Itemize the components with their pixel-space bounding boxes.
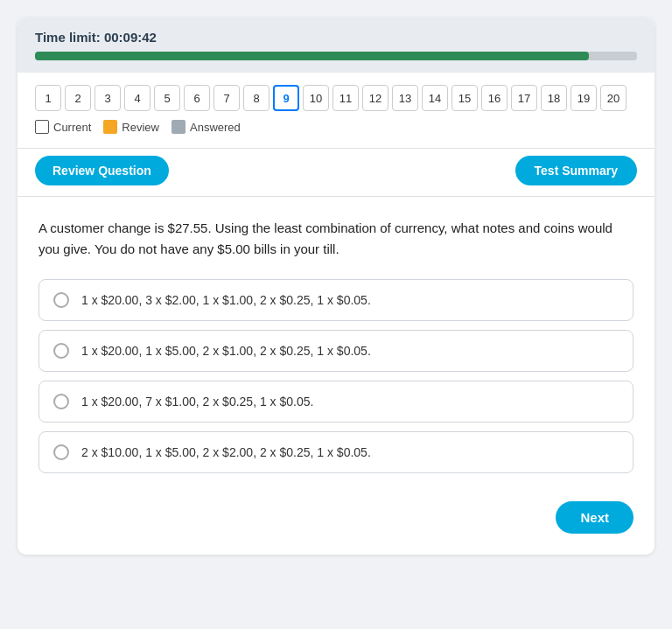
legend-review-label: Review bbox=[122, 121, 159, 134]
next-button[interactable]: Next bbox=[556, 501, 634, 534]
question-number-17[interactable]: 17 bbox=[511, 85, 537, 111]
legend-current: Current bbox=[35, 120, 91, 134]
test-summary-button[interactable]: Test Summary bbox=[515, 156, 637, 185]
option-text-4: 2 x $10.00, 1 x $5.00, 2 x $2.00, 2 x $0… bbox=[81, 445, 371, 459]
option-text-2: 1 x $20.00, 1 x $5.00, 2 x $1.00, 2 x $0… bbox=[81, 344, 371, 358]
question-number-19[interactable]: 19 bbox=[570, 85, 597, 111]
legend-row: Current Review Answered bbox=[35, 120, 637, 134]
timer-section: Time limit: 00:09:42 bbox=[18, 17, 654, 73]
option-item-4[interactable]: 2 x $10.00, 1 x $5.00, 2 x $2.00, 2 x $0… bbox=[38, 431, 634, 473]
legend-review: Review bbox=[103, 120, 159, 134]
question-number-8[interactable]: 8 bbox=[243, 85, 270, 111]
question-number-9[interactable]: 9 bbox=[273, 85, 299, 111]
navigation-section: 1234567891011121314151617181920 Current … bbox=[18, 73, 654, 149]
question-number-4[interactable]: 4 bbox=[124, 85, 150, 111]
main-container: Time limit: 00:09:42 1234567891011121314… bbox=[18, 17, 654, 555]
question-number-3[interactable]: 3 bbox=[94, 85, 121, 111]
option-text-3: 1 x $20.00, 7 x $1.00, 2 x $0.25, 1 x $0… bbox=[81, 395, 313, 409]
question-text: A customer change is $27.55. Using the l… bbox=[38, 218, 634, 260]
question-number-2[interactable]: 2 bbox=[65, 85, 91, 111]
question-number-1[interactable]: 1 bbox=[35, 85, 61, 111]
question-number-14[interactable]: 14 bbox=[422, 85, 448, 111]
question-number-5[interactable]: 5 bbox=[154, 85, 180, 111]
question-number-16[interactable]: 16 bbox=[481, 85, 508, 111]
question-number-row: 1234567891011121314151617181920 bbox=[35, 85, 637, 111]
option-item-2[interactable]: 1 x $20.00, 1 x $5.00, 2 x $1.00, 2 x $0… bbox=[38, 330, 634, 372]
legend-answered-label: Answered bbox=[190, 121, 241, 134]
option-item-1[interactable]: 1 x $20.00, 3 x $2.00, 1 x $1.00, 2 x $0… bbox=[38, 279, 634, 321]
radio-circle-4 bbox=[53, 444, 69, 460]
progress-bar-background bbox=[35, 52, 637, 60]
legend-answered: Answered bbox=[172, 120, 241, 134]
next-row: Next bbox=[18, 487, 654, 537]
progress-bar-fill bbox=[35, 52, 589, 60]
legend-current-label: Current bbox=[53, 121, 91, 134]
timer-label: Time limit: 00:09:42 bbox=[35, 30, 637, 45]
radio-circle-3 bbox=[53, 394, 69, 409]
question-number-10[interactable]: 10 bbox=[303, 85, 329, 111]
option-text-1: 1 x $20.00, 3 x $2.00, 1 x $1.00, 2 x $0… bbox=[81, 293, 371, 307]
question-number-15[interactable]: 15 bbox=[452, 85, 478, 111]
question-number-13[interactable]: 13 bbox=[392, 85, 418, 111]
options-list: 1 x $20.00, 3 x $2.00, 1 x $1.00, 2 x $0… bbox=[38, 279, 634, 473]
question-number-12[interactable]: 12 bbox=[362, 85, 388, 111]
legend-current-box bbox=[35, 120, 49, 134]
question-number-11[interactable]: 11 bbox=[332, 85, 359, 111]
actions-row: Review Question Test Summary bbox=[18, 149, 654, 197]
question-number-20[interactable]: 20 bbox=[600, 85, 626, 111]
legend-answered-box bbox=[172, 120, 186, 134]
question-number-18[interactable]: 18 bbox=[541, 85, 567, 111]
question-number-6[interactable]: 6 bbox=[184, 85, 210, 111]
radio-circle-2 bbox=[53, 343, 69, 359]
review-question-button[interactable]: Review Question bbox=[35, 156, 169, 185]
question-section: A customer change is $27.55. Using the l… bbox=[18, 197, 654, 487]
option-item-3[interactable]: 1 x $20.00, 7 x $1.00, 2 x $0.25, 1 x $0… bbox=[38, 381, 634, 423]
question-number-7[interactable]: 7 bbox=[214, 85, 240, 111]
legend-review-box bbox=[103, 120, 117, 134]
radio-circle-1 bbox=[53, 292, 69, 308]
